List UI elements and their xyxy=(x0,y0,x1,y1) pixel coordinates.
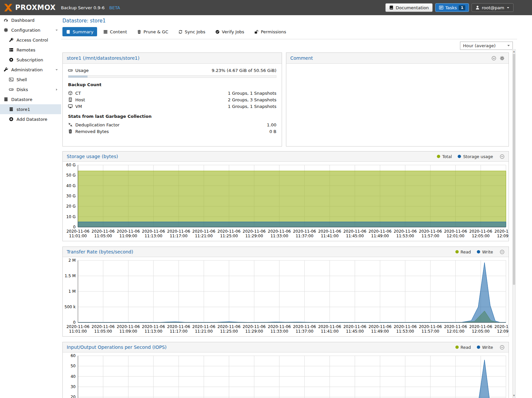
scroll-down-button[interactable]: ▼ xyxy=(513,394,515,398)
svg-text:11:05:00: 11:05:00 xyxy=(94,329,112,334)
usage-progress-fill xyxy=(68,76,88,78)
time-range-select[interactable]: Hour (average) xyxy=(460,42,513,50)
svg-text:12:09:00: 12:09:00 xyxy=(497,329,509,334)
svg-text:2020-11-06: 2020-11-06 xyxy=(318,229,341,234)
gc-stats-heading: Stats from last Garbage Collection xyxy=(68,114,276,119)
svg-text:2020-11-06: 2020-11-06 xyxy=(243,229,266,234)
sidebar: Dashboard Configuration Access Control R… xyxy=(0,15,61,398)
proxmox-logo-icon xyxy=(4,3,13,12)
usage-value: 9.23% (4.67 GiB of 50.56 GiB) xyxy=(212,68,276,73)
iops-panel: Input/Output Operations per Second (IOPS… xyxy=(62,342,509,398)
sidebar-item-access-control[interactable]: Access Control xyxy=(0,35,61,45)
documentation-button[interactable]: Documentation xyxy=(385,3,432,12)
sidebar-item-label: Access Control xyxy=(17,38,48,43)
sidebar-item-subscription[interactable]: Subscription xyxy=(0,55,61,65)
svg-text:2020-11-06: 2020-11-06 xyxy=(419,324,442,329)
scrollbar-thumb[interactable] xyxy=(513,54,515,285)
beta-link[interactable]: BETA xyxy=(109,5,120,10)
backup-count-heading: Backup Count xyxy=(68,82,276,87)
svg-text:11:53:00: 11:53:00 xyxy=(396,234,414,238)
brand: PROXMOX Backup Server 0.9-6 BETA xyxy=(4,3,120,12)
svg-text:60 G: 60 G xyxy=(66,163,76,167)
collapse-icon[interactable] xyxy=(500,249,505,254)
svg-text:2020-11-06: 2020-11-06 xyxy=(192,229,215,234)
sidebar-item-label: Remotes xyxy=(17,48,35,52)
chart-legend: Total Storage usage xyxy=(437,154,505,159)
chevron-down-icon[interactable] xyxy=(55,28,58,32)
svg-text:2020-11-06: 2020-11-06 xyxy=(343,229,367,234)
sync-icon xyxy=(178,30,183,34)
sidebar-item-configuration[interactable]: Configuration xyxy=(0,25,61,35)
sidebar-item-datastore[interactable]: Datastore xyxy=(0,94,61,104)
sidebar-item-label: Dashboard xyxy=(11,18,35,23)
svg-text:12:01:00: 12:01:00 xyxy=(447,234,465,238)
panel-title: Input/Output Operations per Second (IOPS… xyxy=(67,345,167,350)
svg-text:2020-11-06: 2020-11-06 xyxy=(243,324,266,329)
scroll-up-button[interactable]: ▲ xyxy=(513,50,515,53)
svg-text:0: 0 xyxy=(73,225,76,229)
chart-legend: Read Write xyxy=(455,249,505,254)
vertical-scrollbar[interactable]: ▲ ▼ xyxy=(512,49,516,398)
legend-item-write[interactable]: Write xyxy=(477,249,493,254)
legend-item-total[interactable]: Total xyxy=(437,154,452,159)
tab-label: Verify Jobs xyxy=(222,29,244,34)
chevron-right-icon[interactable] xyxy=(55,88,58,91)
unlock-icon xyxy=(254,30,259,34)
legend-item-read[interactable]: Read xyxy=(455,249,471,254)
trash-icon xyxy=(137,30,141,34)
panel-header: Input/Output Operations per Second (IOPS… xyxy=(63,342,509,352)
user-menu-button[interactable]: root@pam xyxy=(472,3,514,12)
svg-text:11:45:00: 11:45:00 xyxy=(346,329,364,334)
tab-label: Prune & GC xyxy=(144,29,168,34)
sidebar-item-shell[interactable]: Shell xyxy=(0,75,61,84)
tab-verify-jobs[interactable]: Verify Jobs xyxy=(212,27,248,36)
gear-icon[interactable] xyxy=(500,56,505,61)
legend-label: Write xyxy=(482,249,493,254)
host-count-row: Host 2 Groups, 3 Snapshots xyxy=(68,96,276,103)
tab-content[interactable]: Content xyxy=(100,27,131,36)
svg-text:2020-11-06: 2020-11-06 xyxy=(218,324,241,329)
collapse-icon[interactable] xyxy=(500,345,505,350)
desktop-icon xyxy=(68,104,73,109)
chevron-down-icon[interactable] xyxy=(55,68,58,72)
transfer-rate-panel: Transfer Rate (bytes/second) Read Write … xyxy=(62,247,509,337)
tasks-button[interactable]: Tasks 1 xyxy=(435,3,469,12)
svg-text:2020-11-06: 2020-11-06 xyxy=(268,324,291,329)
sidebar-item-add-datastore[interactable]: Add Datastore xyxy=(0,114,61,124)
ct-value: 1 Groups, 1 Snapshots xyxy=(228,91,276,96)
user-icon xyxy=(475,5,480,10)
panel-tools xyxy=(491,56,505,61)
tab-summary[interactable]: Summary xyxy=(62,27,97,36)
database-icon xyxy=(4,97,8,102)
sidebar-item-disks[interactable]: Disks xyxy=(0,84,61,94)
vm-label: VM xyxy=(75,104,82,109)
product-version: Backup Server 0.9-6 xyxy=(61,5,105,10)
expand-circle-icon[interactable] xyxy=(491,56,496,61)
tab-permissions[interactable]: Permissions xyxy=(251,27,290,36)
legend-item-read[interactable]: Read xyxy=(455,345,471,350)
sidebar-item-dashboard[interactable]: Dashboard xyxy=(0,15,61,25)
removed-bytes-value: 0 B xyxy=(269,129,276,134)
svg-text:1.5 M: 1.5 M xyxy=(65,274,76,278)
svg-text:11:13:00: 11:13:00 xyxy=(145,329,162,334)
svg-text:2020-11-06: 2020-11-06 xyxy=(293,324,316,329)
tasks-icon xyxy=(439,5,443,10)
sidebar-item-remotes[interactable]: Remotes xyxy=(0,45,61,55)
storage-usage-panel: Storage usage (bytes) Total Storage usag… xyxy=(62,151,509,241)
sidebar-item-label: Administration xyxy=(11,67,43,72)
sidebar-item-store1[interactable]: store1 xyxy=(0,104,61,114)
legend-item-storage-usage[interactable]: Storage usage xyxy=(458,154,493,159)
collapse-icon[interactable] xyxy=(500,154,505,159)
tab-sync-jobs[interactable]: Sync Jobs xyxy=(175,27,209,36)
sidebar-item-administration[interactable]: Administration xyxy=(0,65,61,75)
svg-text:11:21:00: 11:21:00 xyxy=(195,234,213,238)
svg-text:2 M: 2 M xyxy=(68,258,76,263)
tab-prune-gc[interactable]: Prune & GC xyxy=(133,27,172,36)
dedup-row: Deduplication Factor 1.00 xyxy=(68,121,276,128)
svg-text:500 k: 500 k xyxy=(64,305,76,309)
legend-dot xyxy=(477,346,480,349)
hdd-icon xyxy=(68,68,73,73)
summary-body: Usage 9.23% (4.67 GiB of 50.56 GiB) Back… xyxy=(63,64,282,138)
legend-item-write[interactable]: Write xyxy=(477,345,493,350)
svg-text:11:25:00: 11:25:00 xyxy=(220,329,238,334)
